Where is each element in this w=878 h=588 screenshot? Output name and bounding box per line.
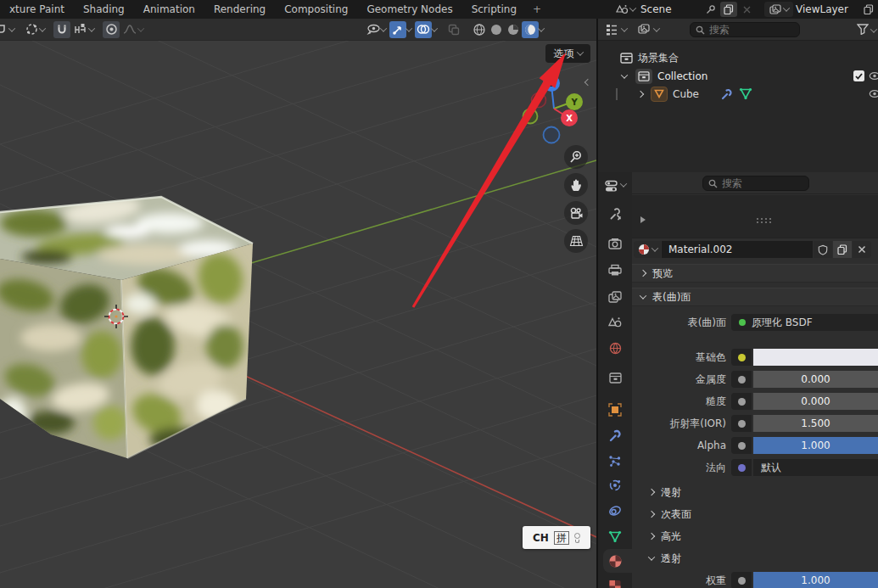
mode-dropdown-icon[interactable] xyxy=(8,25,15,31)
textured-cube-object[interactable] xyxy=(0,193,253,458)
slots-expand-icon[interactable] xyxy=(640,216,646,223)
gizmos-dropdown-icon[interactable] xyxy=(405,25,412,31)
zoom-button[interactable] xyxy=(564,145,588,169)
outliner-row-cube[interactable]: Cube xyxy=(598,85,878,103)
weight-socket[interactable] xyxy=(731,572,752,588)
cube-expand-icon[interactable] xyxy=(637,90,644,97)
shading-wireframe-icon[interactable] xyxy=(471,21,488,38)
resize-grip-icon[interactable] xyxy=(756,217,775,224)
gizmo-z-neg-ball[interactable] xyxy=(544,127,560,143)
filter-icon[interactable] xyxy=(854,21,871,38)
tab-object[interactable] xyxy=(607,402,623,417)
shading-dropdown-icon[interactable] xyxy=(538,25,545,31)
xray-toggle-icon[interactable] xyxy=(445,21,462,38)
workspace-tab-scripting[interactable]: Scripting xyxy=(462,0,526,19)
snap-target-icon[interactable] xyxy=(72,21,89,38)
overlays-toggle-icon[interactable] xyxy=(415,21,432,38)
tab-physics[interactable] xyxy=(607,478,623,493)
collection-expand-icon[interactable] xyxy=(621,71,628,78)
material-browse-button[interactable] xyxy=(634,241,661,258)
base-color-socket[interactable] xyxy=(731,349,752,366)
new-material-button[interactable] xyxy=(833,241,852,258)
workspace-tab-texture-paint[interactable]: xture Paint xyxy=(0,0,74,19)
tab-object-data[interactable] xyxy=(607,529,623,544)
workspace-tab-animation[interactable]: Animation xyxy=(134,0,204,19)
collection-checkbox[interactable] xyxy=(853,70,864,81)
navigation-gizmo[interactable]: Z Y X xyxy=(516,73,594,151)
ime-method[interactable]: 拼 xyxy=(554,531,569,545)
snap-toggle-magnet-icon[interactable] xyxy=(53,21,70,38)
gizmo-x-neg-ball[interactable] xyxy=(532,93,546,108)
transform-orientation-icon[interactable] xyxy=(23,21,40,38)
tab-texture[interactable] xyxy=(607,578,623,588)
tab-constraints[interactable] xyxy=(607,503,623,518)
workspace-tab-geometry-nodes[interactable]: Geometry Nodes xyxy=(357,0,461,19)
options-dropdown-button[interactable]: 选项 xyxy=(545,44,590,63)
eye-icon[interactable] xyxy=(869,71,878,81)
gizmo-y-neg-ball[interactable] xyxy=(523,109,538,124)
properties-type-dropdown-icon[interactable] xyxy=(620,180,627,187)
workspace-tab-shading[interactable]: Shading xyxy=(74,0,134,19)
gizmo-z-ball[interactable]: Z xyxy=(543,75,560,92)
roughness-socket[interactable] xyxy=(731,393,752,410)
tab-particles[interactable] xyxy=(607,453,623,468)
mode-icon[interactable] xyxy=(0,21,9,38)
scene-name[interactable]: Scene xyxy=(640,3,702,15)
viewport-3d[interactable]: 选项 Z Y X xyxy=(0,19,596,588)
display-mode-dropdown-icon[interactable] xyxy=(653,25,660,31)
panel-preview[interactable]: 预览 xyxy=(632,264,878,283)
ime-indicator[interactable]: CH 拼 xyxy=(523,526,590,549)
outliner-display-mode-icon[interactable] xyxy=(635,21,652,38)
orientation-dropdown-icon[interactable] xyxy=(39,25,46,31)
filter-dropdown-icon[interactable] xyxy=(870,25,877,32)
gizmo-y-ball[interactable]: Y xyxy=(566,93,583,110)
alpha-socket[interactable] xyxy=(731,437,752,454)
workspace-tab-compositing[interactable]: Compositing xyxy=(275,0,357,19)
show-gizmo-icon[interactable] xyxy=(364,21,381,38)
gizmo-dropdown-icon[interactable] xyxy=(380,25,387,31)
surface-shader-value[interactable]: 原理化 BSDF xyxy=(731,314,878,331)
panel-surface[interactable]: 表(曲)面 xyxy=(632,288,878,306)
viewport-canvas[interactable] xyxy=(0,41,596,588)
mesh-data-icon[interactable] xyxy=(739,87,752,100)
weight-slider[interactable]: 1.000 xyxy=(753,572,878,588)
pan-button[interactable] xyxy=(564,173,588,197)
fake-user-button[interactable] xyxy=(814,241,832,258)
ior-socket[interactable] xyxy=(731,415,752,432)
unlink-scene-button[interactable] xyxy=(740,2,753,17)
tab-tool[interactable] xyxy=(607,206,623,221)
falloff-curve-icon[interactable] xyxy=(121,21,138,38)
properties-editor-type-icon[interactable] xyxy=(604,178,619,193)
gizmo-x-ball[interactable]: X xyxy=(561,109,578,126)
subpanel-transmission[interactable]: 透射 xyxy=(632,549,878,568)
overlays-dropdown-icon[interactable] xyxy=(431,25,438,31)
pin-icon[interactable] xyxy=(704,2,718,17)
tab-world[interactable] xyxy=(607,340,623,356)
normal-value-button[interactable]: 默认 xyxy=(753,459,878,476)
subpanel-subsurface[interactable]: 次表面 xyxy=(632,505,878,524)
viewlayer-datablock-icon[interactable] xyxy=(764,2,793,17)
editor-type-dropdown-icon[interactable] xyxy=(621,25,628,31)
ior-slider[interactable]: 1.500 xyxy=(753,415,878,432)
scene-datablock-icon[interactable] xyxy=(612,2,638,17)
perspective-toggle-button[interactable] xyxy=(564,229,588,253)
tab-collection[interactable] xyxy=(607,370,623,385)
camera-view-button[interactable] xyxy=(564,201,588,225)
workspace-tab-rendering[interactable]: Rendering xyxy=(204,0,275,19)
properties-search[interactable] xyxy=(702,176,809,191)
shading-solid-icon[interactable] xyxy=(488,21,505,38)
viewlayer-name[interactable]: ViewLayer xyxy=(796,3,858,15)
outliner-search-input[interactable] xyxy=(709,24,786,36)
new-scene-button[interactable] xyxy=(720,2,737,17)
modifier-wrench-icon[interactable] xyxy=(720,88,733,100)
material-name-field[interactable]: Material.002 xyxy=(662,241,813,258)
properties-search-input[interactable] xyxy=(722,177,798,189)
proportional-editing-icon[interactable] xyxy=(103,21,120,38)
tab-scene[interactable] xyxy=(607,315,623,330)
eye-icon[interactable] xyxy=(869,89,878,98)
tab-view-layer[interactable] xyxy=(607,289,623,305)
tab-modifiers[interactable] xyxy=(607,428,623,443)
metallic-socket[interactable] xyxy=(731,371,752,388)
shading-rendered-icon[interactable] xyxy=(522,21,539,38)
outliner-row-scene-collection[interactable]: 场景集合 xyxy=(598,49,878,67)
